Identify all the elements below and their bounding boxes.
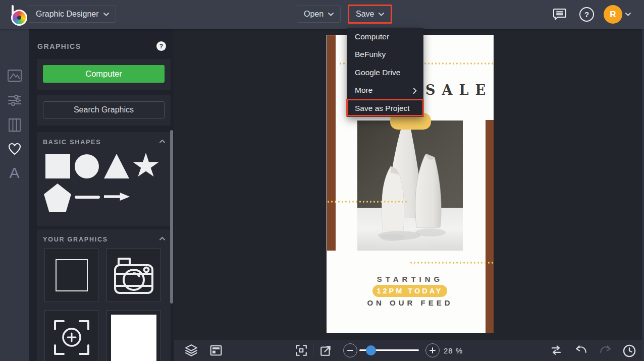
poster-brown-bar-left[interactable] (327, 35, 336, 251)
white-rectangle-icon (111, 315, 156, 361)
fit-to-screen-button[interactable] (295, 344, 308, 357)
swap-arrows-icon (550, 344, 563, 357)
feedback-chat-icon[interactable] (552, 8, 567, 21)
menu-item-save-as-project[interactable]: Save as Project (347, 99, 423, 117)
plus-icon (430, 347, 436, 353)
topbar: Graphic Designer Open Save ? R (0, 0, 644, 29)
chevron-right-icon (413, 88, 417, 94)
menu-item-more[interactable]: More (347, 81, 423, 99)
zoom-percentage: 28 % (444, 346, 463, 355)
basic-shapes-title: BASIC SHAPES (43, 139, 101, 146)
shape-square[interactable] (45, 154, 70, 178)
poster-time-highlight[interactable]: 12PM TODAY (372, 285, 447, 297)
zoom-in-button[interactable] (425, 343, 440, 357)
shape-star[interactable] (132, 153, 159, 179)
undo-icon (574, 344, 587, 357)
collapse-chevron-up-icon[interactable] (159, 237, 165, 240)
menu-item-befunky[interactable]: BeFunky (347, 45, 423, 63)
window-scrollbar[interactable] (642, 29, 644, 361)
zoom-slider-thumb[interactable] (366, 345, 376, 355)
menu-item-label: Computer (355, 32, 389, 41)
save-label: Save (356, 10, 374, 19)
befunky-logo-icon[interactable] (5, 3, 27, 25)
your-graphics-section: YOUR GRAPHICS (37, 229, 171, 361)
camera-icon (111, 253, 156, 298)
heart-icon (8, 142, 22, 156)
history-button[interactable] (622, 344, 635, 357)
poster-feed-text[interactable]: ON OUR FEED (327, 298, 494, 307)
open-external-icon (319, 344, 333, 357)
history-clock-icon (622, 344, 636, 358)
menu-item-computer[interactable]: Computer (347, 28, 423, 45)
save-dropdown-menu: Computer BeFunky Google Drive More Save … (347, 28, 423, 117)
sidebar-item-text[interactable]: A (7, 165, 22, 180)
crop-plus-icon (49, 315, 94, 360)
computer-upload-button[interactable]: Computer (43, 65, 165, 83)
help-glyph: ? (584, 10, 589, 19)
poster-starting-text[interactable]: STARTING (327, 275, 494, 283)
zoom-out-button[interactable] (343, 343, 357, 357)
columns-icon (8, 118, 22, 132)
search-graphics-button[interactable]: Search Graphics (43, 101, 165, 118)
template-manager-button[interactable] (209, 344, 223, 357)
shape-pentagon[interactable] (44, 184, 71, 212)
save-button[interactable]: Save (348, 5, 392, 24)
upload-section: Computer (37, 59, 171, 90)
undo-button[interactable] (574, 344, 587, 357)
redo-button[interactable] (599, 344, 612, 357)
sidebar-item-adjust[interactable] (7, 92, 22, 108)
menu-item-label: Save as Project (355, 104, 410, 112)
fit-screen-icon (295, 344, 308, 357)
vases-photo[interactable] (357, 121, 463, 251)
collapse-chevron-up-icon[interactable] (159, 140, 165, 143)
panel-scrollbar[interactable] (170, 130, 173, 304)
canvas-toolbar: 28 % (174, 340, 644, 361)
image-icon (7, 69, 22, 83)
toolbar-divider (313, 344, 313, 356)
template-icon (209, 344, 223, 357)
avatar[interactable]: R (604, 5, 622, 24)
chevron-down-icon (328, 13, 334, 16)
sliders-icon (8, 93, 22, 107)
sidebar-item-layout[interactable] (7, 117, 22, 133)
graphic-thumb-white-rectangle[interactable] (106, 310, 160, 361)
app-mode-label: Graphic Designer (36, 10, 99, 19)
compare-button[interactable] (550, 344, 563, 357)
layers-button[interactable] (185, 344, 198, 357)
graphic-thumb-square-frame[interactable] (44, 248, 98, 302)
account-chevron-down-icon[interactable] (625, 13, 631, 16)
app-root: Graphic Designer Open Save ? R Computer … (0, 0, 644, 361)
menu-item-google-drive[interactable]: Google Drive (347, 64, 423, 81)
minus-icon (347, 347, 353, 353)
panel-help-icon[interactable]: ? (156, 41, 166, 51)
panel-title: GRAPHICS (37, 42, 81, 50)
shape-triangle[interactable] (104, 154, 129, 178)
chevron-down-icon (379, 13, 384, 16)
shape-circle[interactable] (75, 154, 99, 178)
shape-arrow[interactable] (104, 193, 130, 201)
search-section: Search Graphics (37, 95, 171, 126)
shape-line[interactable] (75, 196, 100, 199)
logo-center-dot (17, 16, 21, 20)
basic-shapes-section: BASIC SHAPES (37, 132, 171, 226)
open-button[interactable]: Open (297, 6, 341, 23)
graphic-thumb-crop-plus[interactable] (44, 310, 98, 361)
open-label: Open (304, 10, 324, 19)
full-view-button[interactable] (319, 344, 333, 357)
menu-item-label: BeFunky (355, 50, 386, 58)
poster-dotted-line-bottom[interactable] (409, 262, 494, 264)
text-tool-icon: A (7, 165, 22, 180)
sidebar-item-image[interactable] (7, 68, 22, 83)
help-icon[interactable]: ? (579, 7, 594, 22)
menu-item-label: More (355, 86, 372, 94)
your-graphics-title: YOUR GRAPHICS (43, 236, 108, 243)
graphic-thumb-camera[interactable] (106, 248, 160, 302)
graphics-panel: GRAPHICS ? Computer Search Graphics BASI… (29, 29, 174, 361)
poster-dotted-line-middle[interactable] (327, 201, 408, 203)
layers-icon (185, 344, 198, 357)
chevron-down-icon (103, 13, 109, 16)
app-mode-menu-button[interactable]: Graphic Designer (29, 6, 116, 23)
sidebar-item-graphics[interactable] (7, 141, 22, 157)
poster-headline[interactable]: SALE (425, 82, 492, 98)
redo-icon (599, 344, 612, 357)
